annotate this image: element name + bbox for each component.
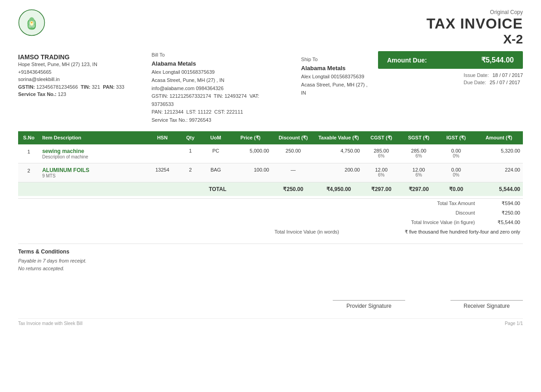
cell-uom: BAG	[202, 163, 229, 182]
summary-section: Total Tax Amount ₹594.00 Discount ₹250.0…	[18, 198, 523, 237]
cell-uom: PC	[202, 144, 229, 163]
cell-sgst: 12.00 6%	[400, 163, 438, 182]
cell-qty: 1	[178, 144, 202, 163]
bill-to-email-phone: info@alabame.com 0984364326	[152, 85, 274, 93]
issue-date-value: 18 / 07 / 2017	[493, 72, 523, 78]
cell-amount: 224.00	[475, 163, 523, 182]
ship-to-address: Acasa Street, Pune, MH (27) , IN	[301, 81, 369, 97]
pan-label: PAN:	[103, 84, 115, 90]
total-price-empty	[229, 182, 272, 196]
footer-right: Page 1/1	[505, 321, 523, 326]
cell-sno: 2	[18, 163, 39, 182]
col-item: Item Description	[39, 131, 146, 144]
terms-line1: Payable in 7 days from receipt.	[18, 257, 523, 265]
bill-to-gstin-row: GSTIN: 121212567332174 TIN: 12493274 VAT…	[152, 92, 274, 108]
total-invoice-figure-row: Total Invoice Value (in figure) ₹5,544.0…	[18, 218, 523, 227]
cell-taxable: 200.00	[315, 163, 363, 182]
item-desc: 9 MTS	[42, 173, 144, 178]
cell-item: ALUMINUM FOILS 9 MTS	[39, 163, 146, 182]
gstin-label: GSTIN:	[18, 84, 35, 90]
col-amount: Amount (₹)	[475, 131, 523, 144]
total-tax-row: Total Tax Amount ₹594.00	[18, 199, 523, 208]
total-invoice-figure-value: ₹5,544.00	[475, 220, 520, 225]
cell-discount: —	[272, 163, 314, 182]
total-taxable: ₹4,950.00	[315, 182, 363, 196]
seller-service-tax: 123	[58, 91, 66, 97]
ship-to-company: Alabama Metals	[301, 64, 369, 73]
company-logo	[18, 9, 45, 36]
total-discount: ₹250.00	[272, 182, 314, 196]
total-cgst: ₹297.00	[363, 182, 400, 196]
col-qty: Qty	[178, 131, 202, 144]
amount-due-label: Amount Due:	[387, 57, 427, 64]
bill-to-section: Bill To Alabama Metals Alex Longtail 001…	[152, 51, 274, 124]
amount-due-box: Amount Due: ₹5,544.00	[378, 51, 523, 69]
bill-to-address: Acasa Street, Pune, MH (27) , IN	[152, 76, 274, 85]
provider-signature-line	[333, 300, 405, 301]
due-date-label: Due Date:	[464, 80, 486, 85]
signatures-section: Provider Signature Receiver Signature	[18, 296, 523, 309]
col-hsn: HSN	[146, 131, 178, 144]
seller-service-tax-row: Service Tax No.: 123	[18, 91, 124, 98]
service-tax-label: Service Tax No.:	[18, 91, 57, 97]
copy-type: Original Copy	[426, 9, 523, 15]
issue-date-label: Issue Date:	[464, 72, 489, 78]
ship-to-label: Ship To	[301, 56, 369, 64]
cell-discount: 250.00	[272, 144, 314, 163]
cell-cgst: 285.00 6%	[363, 144, 400, 163]
discount-label: Discount	[21, 210, 475, 216]
terms-section: Terms & Conditions Payable in 7 days fro…	[18, 244, 523, 277]
ship-to-section: Ship To Alabama Metals Alex Longtail 001…	[301, 56, 369, 124]
seller-email: sorina@sleekbill.in	[18, 76, 124, 83]
discount-value: ₹250.00	[475, 210, 520, 216]
provider-signature-label: Provider Signature	[333, 303, 405, 309]
item-name: ALUMINUM FOILS	[42, 167, 144, 173]
cell-amount: 5,320.00	[475, 144, 523, 163]
total-row: TOTAL ₹250.00 ₹4,950.00 ₹297.00 ₹297.00 …	[18, 182, 523, 196]
footer-left: Tax Invoice made with Sleek Bill	[18, 321, 82, 326]
receiver-signature-label: Receiver Signature	[450, 303, 523, 309]
total-invoice-words-row: Total Invoice Value (in words) ₹ five th…	[18, 227, 523, 237]
seller-gstin-row: GSTIN: 123456781234566 TIN: 321 PAN: 333	[18, 83, 124, 91]
terms-title: Terms & Conditions	[18, 249, 523, 255]
bill-to-label: Bill To	[152, 51, 274, 59]
total-invoice-words-label: Total Invoice Value (in words)	[21, 229, 339, 235]
total-sgst: ₹297.00	[400, 182, 438, 196]
total-tax-label: Total Tax Amount	[21, 201, 475, 206]
col-taxable: Taxable Value (₹)	[315, 131, 363, 144]
table-row: 2 ALUMINUM FOILS 9 MTS 13254 2 BAG 100.0…	[18, 163, 523, 182]
bill-to-service-tax-row: Service Tax No.: 99726543	[152, 116, 274, 124]
receiver-signature: Receiver Signature	[450, 300, 523, 309]
invoice-number: X-2	[426, 32, 523, 47]
bill-to-company: Alabama Metals	[152, 59, 274, 69]
total-invoice-figure-label: Total Invoice Value (in figure)	[21, 220, 475, 225]
seller-phone: +91843645665	[18, 68, 124, 76]
cell-hsn	[146, 144, 178, 163]
total-tax-value: ₹594.00	[475, 201, 520, 206]
item-desc: Description of machine	[42, 154, 144, 159]
footer: Tax Invoice made with Sleek Bill Page 1/…	[18, 318, 523, 326]
col-uom: UoM	[202, 131, 229, 144]
col-sno: S.No	[18, 131, 39, 144]
terms-line2: No returns accepted.	[18, 265, 523, 273]
cell-igst: 0.00 0%	[437, 144, 475, 163]
ship-to-contact: Alex Longtail 001568375639	[301, 73, 369, 81]
col-cgst: CGST (₹)	[363, 131, 400, 144]
cell-cgst: 12.00 6%	[363, 163, 400, 182]
provider-signature: Provider Signature	[333, 300, 405, 309]
cell-item: sewing machine Description of machine	[39, 144, 146, 163]
col-igst: IGST (₹)	[437, 131, 475, 144]
receiver-signature-line	[450, 300, 523, 301]
amount-due-value: ₹5,544.00	[481, 56, 514, 64]
total-invoice-words-value: ₹ five thousand five hundred forty-four …	[339, 229, 520, 235]
total-amount: 5,544.00	[475, 182, 523, 196]
seller-company-name: IAMSO TRADING	[18, 53, 124, 61]
total-label: TOTAL	[18, 182, 229, 196]
seller-gstin: 123456781234566	[36, 84, 78, 90]
bill-to-contact: Alex Longtail 001568375639	[152, 68, 274, 76]
right-info-section: Amount Due: ₹5,544.00 Issue Date: 18 / 0…	[369, 51, 523, 124]
table-row: 1 sewing machine Description of machine …	[18, 144, 523, 163]
cell-sno: 1	[18, 144, 39, 163]
invoice-table: S.No Item Description HSN Qty UoM Price …	[18, 131, 523, 196]
item-name: sewing machine	[42, 148, 144, 154]
